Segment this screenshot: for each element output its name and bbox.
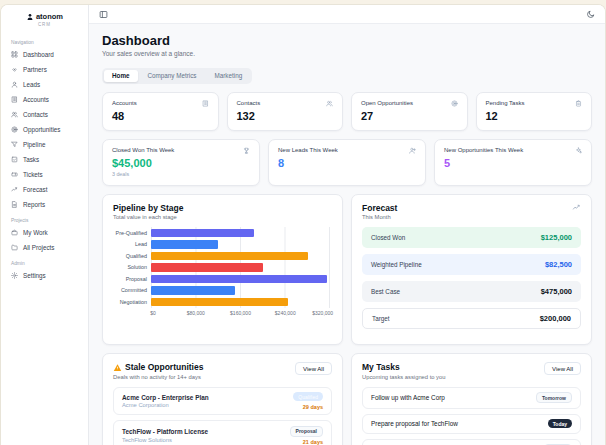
chart-category-label: Pre-Qualified xyxy=(113,230,151,236)
sidebar-item-pipeline[interactable]: Pipeline xyxy=(1,137,88,152)
task-row[interactable]: Follow up with Acme CorpTomorrow xyxy=(362,387,581,409)
app-logo-subtitle: CRM xyxy=(38,22,51,27)
stale-view-all-button[interactable]: View All xyxy=(295,362,332,375)
stage-badge: Proposal xyxy=(290,426,323,437)
tab-marketing[interactable]: Marketing xyxy=(207,70,251,82)
chart-bar-row-solution: Solution xyxy=(113,262,332,274)
chart-bar xyxy=(151,286,235,295)
sidebar-toggle-icon[interactable] xyxy=(99,10,108,19)
chart-bar xyxy=(151,263,263,272)
stale-days: 29 days xyxy=(303,404,323,410)
stat-subtext: 3 deals xyxy=(112,171,250,177)
forecast-row-value: $200,000 xyxy=(540,314,571,323)
stale-panel-subtitle: Deals with no activity for 14+ days xyxy=(113,374,203,380)
forecast-icon xyxy=(11,186,18,193)
stale-opportunity-row[interactable]: TechFlow - Platform LicenseTechFlow Solu… xyxy=(113,420,332,445)
users-icon xyxy=(326,100,333,107)
task-row[interactable]: Schedule demo with Horizon LabsFeb 25 xyxy=(362,439,581,445)
settings-icon xyxy=(11,272,18,279)
stale-items: Acme Corp - Enterprise PlanAcme Corporat… xyxy=(113,387,332,445)
alert-triangle-icon xyxy=(113,363,122,372)
task-row[interactable]: Prepare proposal for TechFlowToday xyxy=(362,414,581,434)
chart-category-label: Negotiation xyxy=(113,299,151,305)
stat-card-pending-tasks: Pending Tasks12 xyxy=(476,92,593,131)
sidebar-item-all-projects[interactable]: All Projects xyxy=(1,240,88,255)
task-name: Follow up with Acme Corp xyxy=(371,394,445,401)
logo-icon xyxy=(26,13,34,21)
task-due-badge: Today xyxy=(548,419,572,428)
my-work-icon xyxy=(11,229,18,236)
opportunities-icon xyxy=(11,126,18,133)
sidebar-nav: NavigationDashboardPartnersLeadsAccounts… xyxy=(1,34,88,283)
stat-label: Open Opportunities xyxy=(361,100,413,106)
stat-card-new-leads-this-week: New Leads This Week8 xyxy=(268,139,426,186)
opportunity-company: TechFlow Solutions xyxy=(122,437,208,443)
dashboard-content: Dashboard Your sales overview at a glanc… xyxy=(89,24,605,445)
stat-label: Pending Tasks xyxy=(486,100,525,106)
stat-label: New Opportunities This Week xyxy=(444,147,523,153)
forecast-panel-title: Forecast xyxy=(362,203,397,213)
sidebar-item-reports[interactable]: Reports xyxy=(1,197,88,212)
forecast-row-label: Weighted Pipeline xyxy=(371,261,422,268)
chart-bar-row-qualified: Qualified xyxy=(113,250,332,262)
tasks-panel-title: My Tasks xyxy=(362,362,445,372)
sidebar-item-label: Dashboard xyxy=(23,51,54,58)
pipeline-panel: Pipeline by Stage Total value in each st… xyxy=(102,194,343,346)
app-name: atonom xyxy=(36,12,63,21)
sidebar-item-tasks[interactable]: Tasks xyxy=(1,152,88,167)
chart-x-tick: $240,000 xyxy=(275,310,296,316)
sidebar-item-forecast[interactable]: Forecast xyxy=(1,182,88,197)
app-window: atonom CRM NavigationDashboardPartnersLe… xyxy=(1,5,605,445)
forecast-row-value: $125,000 xyxy=(541,233,572,242)
sidebar-item-label: Leads xyxy=(23,81,40,88)
sidebar-item-label: My Work xyxy=(23,229,48,236)
sidebar-item-tickets[interactable]: Tickets xyxy=(1,167,88,182)
accounts-icon xyxy=(11,96,18,103)
sidebar-item-contacts[interactable]: Contacts xyxy=(1,107,88,122)
stat-label: New Leads This Week xyxy=(278,147,338,153)
stale-opportunities-panel: Stale Opportunities Deals with no activi… xyxy=(102,353,343,445)
sidebar-item-dashboard[interactable]: Dashboard xyxy=(1,47,88,62)
topbar xyxy=(89,5,605,24)
chart-rows: Pre-QualifiedLeadQualifiedSolutionPropos… xyxy=(113,227,332,308)
sidebar-item-label: All Projects xyxy=(23,244,55,251)
forecast-row-value: $82,500 xyxy=(545,260,572,269)
stat-label: Contacts xyxy=(237,100,261,106)
forecast-rows: Closed Won$125,000Weighted Pipeline$82,5… xyxy=(362,227,581,329)
stat-value: 5 xyxy=(444,157,582,169)
forecast-row-closed-won: Closed Won$125,000 xyxy=(362,227,581,248)
chart-bar-row-proposal: Proposal xyxy=(113,273,332,285)
sidebar-item-label: Settings xyxy=(23,272,46,279)
sidebar-item-opportunities[interactable]: Opportunities xyxy=(1,122,88,137)
sidebar-item-label: Contacts xyxy=(23,111,48,118)
sidebar-item-label: Tickets xyxy=(23,171,43,178)
sidebar-item-accounts[interactable]: Accounts xyxy=(1,92,88,107)
nav-section-label: Navigation xyxy=(1,34,88,47)
chart-x-axis: $0$80,000$160,000$240,000$320,000 xyxy=(151,310,330,318)
forecast-row-weighted-pipeline: Weighted Pipeline$82,500 xyxy=(362,254,581,275)
tab-home[interactable]: Home xyxy=(104,70,138,82)
opportunity-name: TechFlow - Platform License xyxy=(122,428,208,435)
my-tasks-panel: My Tasks Upcoming tasks assigned to you … xyxy=(351,353,592,445)
tab-bar: HomeCompany MetricsMarketing xyxy=(102,68,252,84)
dashboard-icon xyxy=(11,51,18,58)
tasks-view-all-button[interactable]: View All xyxy=(544,362,581,375)
tab-company-metrics[interactable]: Company Metrics xyxy=(140,70,205,82)
sparkles-icon xyxy=(575,147,582,154)
chart-bar-row-negotiation: Negotiation xyxy=(113,296,332,308)
sidebar-item-label: Opportunities xyxy=(23,126,60,133)
pipeline-panel-title: Pipeline by Stage xyxy=(113,203,332,213)
chart-x-tick: $320,000 xyxy=(312,310,333,316)
stale-opportunity-row[interactable]: Acme Corp - Enterprise PlanAcme Corporat… xyxy=(113,387,332,416)
chart-category-label: Committed xyxy=(113,287,151,293)
sidebar: atonom CRM NavigationDashboardPartnersLe… xyxy=(1,5,89,445)
partners-icon xyxy=(11,66,18,73)
sidebar-item-my-work[interactable]: My Work xyxy=(1,225,88,240)
contacts-icon xyxy=(11,111,18,118)
sidebar-item-settings[interactable]: Settings xyxy=(1,268,88,283)
sidebar-item-leads[interactable]: Leads xyxy=(1,77,88,92)
stats-row: Accounts48Contacts132Open Opportunities2… xyxy=(102,92,592,131)
stat-label: Accounts xyxy=(112,100,137,106)
sidebar-item-partners[interactable]: Partners xyxy=(1,62,88,77)
dark-mode-toggle-icon[interactable] xyxy=(586,10,595,19)
